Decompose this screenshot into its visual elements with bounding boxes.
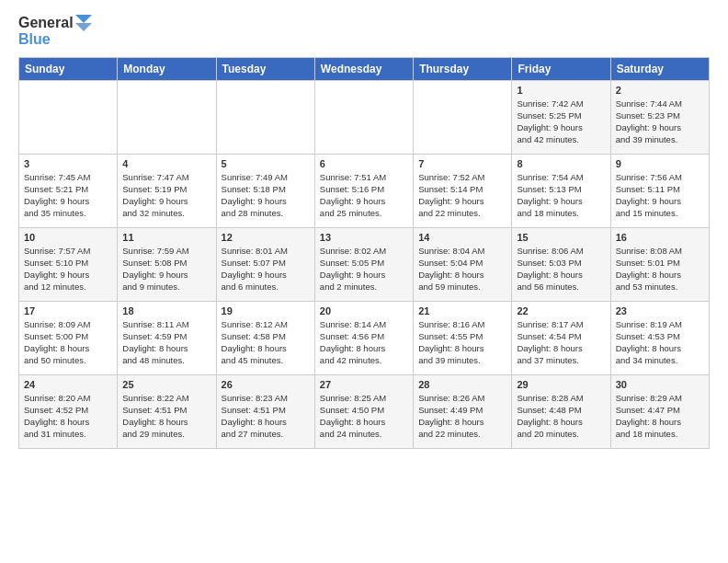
calendar-cell: 8Sunrise: 7:54 AM Sunset: 5:13 PM Daylig… — [512, 154, 610, 227]
day-info: Sunrise: 8:16 AM Sunset: 4:55 PM Dayligh… — [418, 318, 506, 367]
day-number: 30 — [616, 379, 704, 390]
calendar-cell: 15Sunrise: 8:06 AM Sunset: 5:03 PM Dayli… — [512, 227, 610, 301]
calendar-cell: 5Sunrise: 7:49 AM Sunset: 5:18 PM Daylig… — [216, 154, 314, 227]
calendar-cell: 10Sunrise: 7:57 AM Sunset: 5:10 PM Dayli… — [19, 227, 118, 301]
day-info: Sunrise: 8:20 AM Sunset: 4:52 PM Dayligh… — [24, 392, 112, 441]
day-number: 23 — [616, 305, 704, 316]
day-info: Sunrise: 7:57 AM Sunset: 5:10 PM Dayligh… — [24, 245, 112, 293]
calendar-cell: 28Sunrise: 8:26 AM Sunset: 4:49 PM Dayli… — [414, 374, 512, 448]
day-number: 19 — [222, 305, 310, 316]
calendar-week-row: 10Sunrise: 7:57 AM Sunset: 5:10 PM Dayli… — [19, 227, 710, 301]
header: General Blue — [18, 15, 710, 48]
day-number: 5 — [222, 158, 310, 169]
day-info: Sunrise: 8:28 AM Sunset: 4:48 PM Dayligh… — [517, 392, 605, 441]
calendar-cell: 13Sunrise: 8:02 AM Sunset: 5:05 PM Dayli… — [314, 227, 413, 301]
day-info: Sunrise: 7:47 AM Sunset: 5:19 PM Dayligh… — [122, 171, 210, 220]
calendar-cell: 16Sunrise: 8:08 AM Sunset: 5:01 PM Dayli… — [610, 227, 709, 301]
day-number: 14 — [418, 232, 506, 243]
page: General Blue SundayMondayTuesdayWednesda… — [0, 0, 728, 458]
day-number: 17 — [24, 305, 112, 316]
calendar-cell: 12Sunrise: 8:01 AM Sunset: 5:07 PM Dayli… — [216, 227, 314, 301]
calendar-cell: 19Sunrise: 8:12 AM Sunset: 4:58 PM Dayli… — [216, 301, 314, 374]
calendar-cell — [19, 80, 118, 154]
weekday-header: Friday — [512, 57, 610, 80]
header-row: SundayMondayTuesdayWednesdayThursdayFrid… — [19, 57, 710, 80]
day-number: 25 — [122, 379, 210, 390]
day-info: Sunrise: 8:12 AM Sunset: 4:58 PM Dayligh… — [222, 318, 310, 367]
calendar-cell: 20Sunrise: 8:14 AM Sunset: 4:56 PM Dayli… — [314, 301, 413, 374]
calendar-cell — [118, 80, 216, 154]
calendar-cell: 7Sunrise: 7:52 AM Sunset: 5:14 PM Daylig… — [414, 154, 512, 227]
day-info: Sunrise: 7:44 AM Sunset: 5:23 PM Dayligh… — [616, 98, 704, 146]
day-info: Sunrise: 7:42 AM Sunset: 5:25 PM Dayligh… — [517, 98, 605, 146]
weekday-header: Monday — [118, 57, 216, 80]
day-number: 21 — [418, 305, 506, 316]
day-number: 22 — [517, 305, 605, 316]
day-info: Sunrise: 8:17 AM Sunset: 4:54 PM Dayligh… — [517, 318, 605, 367]
day-info: Sunrise: 8:26 AM Sunset: 4:49 PM Dayligh… — [418, 392, 506, 441]
calendar-cell: 6Sunrise: 7:51 AM Sunset: 5:16 PM Daylig… — [314, 154, 413, 227]
day-number: 12 — [222, 232, 310, 243]
day-number: 4 — [122, 158, 210, 169]
calendar-cell: 1Sunrise: 7:42 AM Sunset: 5:25 PM Daylig… — [512, 80, 610, 154]
day-number: 29 — [517, 379, 605, 390]
calendar-cell: 29Sunrise: 8:28 AM Sunset: 4:48 PM Dayli… — [512, 374, 610, 448]
day-number: 1 — [517, 85, 605, 96]
day-number: 18 — [122, 305, 210, 316]
weekday-header: Wednesday — [314, 57, 413, 80]
day-info: Sunrise: 8:04 AM Sunset: 5:04 PM Dayligh… — [418, 245, 506, 293]
day-info: Sunrise: 8:01 AM Sunset: 5:07 PM Dayligh… — [222, 245, 310, 293]
calendar-cell: 11Sunrise: 7:59 AM Sunset: 5:08 PM Dayli… — [118, 227, 216, 301]
day-number: 2 — [616, 85, 704, 96]
calendar-cell: 17Sunrise: 8:09 AM Sunset: 5:00 PM Dayli… — [19, 301, 118, 374]
calendar-cell: 14Sunrise: 8:04 AM Sunset: 5:04 PM Dayli… — [414, 227, 512, 301]
day-info: Sunrise: 8:08 AM Sunset: 5:01 PM Dayligh… — [616, 245, 704, 293]
calendar-cell: 30Sunrise: 8:29 AM Sunset: 4:47 PM Dayli… — [610, 374, 709, 448]
day-number: 3 — [24, 158, 112, 169]
calendar-week-row: 24Sunrise: 8:20 AM Sunset: 4:52 PM Dayli… — [19, 374, 710, 448]
day-number: 8 — [517, 158, 605, 169]
day-info: Sunrise: 8:23 AM Sunset: 4:51 PM Dayligh… — [222, 392, 310, 441]
day-info: Sunrise: 7:59 AM Sunset: 5:08 PM Dayligh… — [122, 245, 210, 293]
day-number: 6 — [320, 158, 408, 169]
day-info: Sunrise: 8:22 AM Sunset: 4:51 PM Dayligh… — [122, 392, 210, 441]
calendar-table: SundayMondayTuesdayWednesdayThursdayFrid… — [18, 57, 710, 449]
calendar-cell: 26Sunrise: 8:23 AM Sunset: 4:51 PM Dayli… — [216, 374, 314, 448]
day-number: 27 — [320, 379, 408, 390]
logo-general: General — [18, 15, 74, 31]
day-number: 20 — [320, 305, 408, 316]
logo: General Blue — [18, 15, 92, 48]
calendar-cell: 22Sunrise: 8:17 AM Sunset: 4:54 PM Dayli… — [512, 301, 610, 374]
weekday-header: Tuesday — [216, 57, 314, 80]
day-number: 7 — [418, 158, 506, 169]
day-number: 24 — [24, 379, 112, 390]
day-number: 10 — [24, 232, 112, 243]
day-number: 13 — [320, 232, 408, 243]
day-info: Sunrise: 8:14 AM Sunset: 4:56 PM Dayligh… — [320, 318, 408, 367]
day-number: 11 — [122, 232, 210, 243]
day-info: Sunrise: 7:51 AM Sunset: 5:16 PM Dayligh… — [320, 171, 408, 220]
day-number: 26 — [222, 379, 310, 390]
calendar-cell: 24Sunrise: 8:20 AM Sunset: 4:52 PM Dayli… — [19, 374, 118, 448]
calendar-cell: 3Sunrise: 7:45 AM Sunset: 5:21 PM Daylig… — [19, 154, 118, 227]
weekday-header: Sunday — [19, 57, 118, 80]
day-info: Sunrise: 7:45 AM Sunset: 5:21 PM Dayligh… — [24, 171, 112, 220]
day-number: 9 — [616, 158, 704, 169]
logo-text: General Blue — [18, 15, 92, 48]
calendar-cell — [314, 80, 413, 154]
day-number: 15 — [517, 232, 605, 243]
calendar-week-row: 1Sunrise: 7:42 AM Sunset: 5:25 PM Daylig… — [19, 80, 710, 154]
calendar-cell — [216, 80, 314, 154]
day-info: Sunrise: 8:02 AM Sunset: 5:05 PM Dayligh… — [320, 245, 408, 293]
calendar-cell: 18Sunrise: 8:11 AM Sunset: 4:59 PM Dayli… — [118, 301, 216, 374]
logo-arrow-icon — [75, 15, 92, 31]
weekday-header: Saturday — [610, 57, 709, 80]
day-info: Sunrise: 8:09 AM Sunset: 5:00 PM Dayligh… — [24, 318, 112, 367]
day-info: Sunrise: 8:29 AM Sunset: 4:47 PM Dayligh… — [616, 392, 704, 441]
svg-marker-1 — [75, 23, 92, 31]
calendar-cell: 25Sunrise: 8:22 AM Sunset: 4:51 PM Dayli… — [118, 374, 216, 448]
svg-marker-0 — [75, 15, 92, 23]
day-info: Sunrise: 7:49 AM Sunset: 5:18 PM Dayligh… — [222, 171, 310, 220]
calendar-cell: 21Sunrise: 8:16 AM Sunset: 4:55 PM Dayli… — [414, 301, 512, 374]
logo-blue: Blue — [18, 31, 51, 48]
